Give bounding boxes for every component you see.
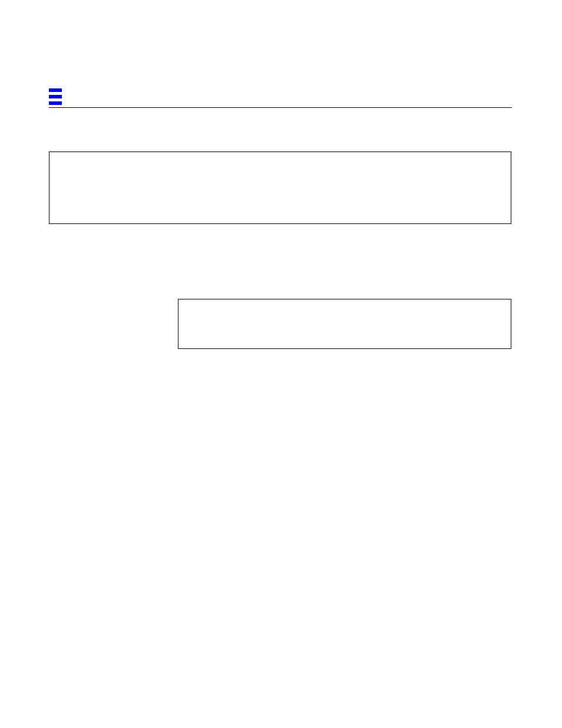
menu-bars-icon — [49, 88, 62, 105]
empty-box-1 — [49, 151, 511, 224]
bar-top — [49, 88, 62, 92]
document-page — [0, 0, 562, 728]
bar-bottom — [49, 101, 62, 105]
header-rule — [49, 107, 512, 108]
empty-box-2 — [178, 299, 511, 349]
bar-middle — [49, 95, 62, 98]
